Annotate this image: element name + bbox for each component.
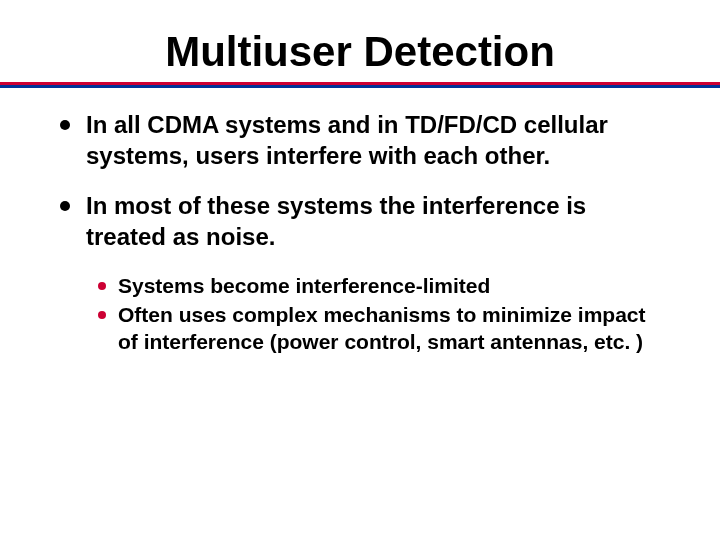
slide: Multiuser Detection In all CDMA systems … [0,0,720,540]
sub-bullet-dot-icon [98,282,106,290]
title-divider [0,82,720,88]
page-title: Multiuser Detection [0,28,720,76]
content-area: In all CDMA systems and in TD/FD/CD cell… [0,88,720,356]
bullet-dot-icon [60,201,70,211]
divider-blue [0,85,720,88]
bullet-dot-icon [60,120,70,130]
bullet-text: In most of these systems the interferenc… [86,191,665,252]
sub-bullet-text: Often uses complex mechanisms to minimiz… [118,302,665,356]
sub-bullet-list: Systems become interference-limited Ofte… [60,273,665,356]
bullet-item: In all CDMA systems and in TD/FD/CD cell… [60,110,665,171]
sub-bullet-dot-icon [98,311,106,319]
bullet-text: In all CDMA systems and in TD/FD/CD cell… [86,110,665,171]
sub-bullet-item: Systems become interference-limited [98,273,665,300]
sub-bullet-text: Systems become interference-limited [118,273,490,300]
bullet-item: In most of these systems the interferenc… [60,191,665,252]
sub-bullet-item: Often uses complex mechanisms to minimiz… [98,302,665,356]
